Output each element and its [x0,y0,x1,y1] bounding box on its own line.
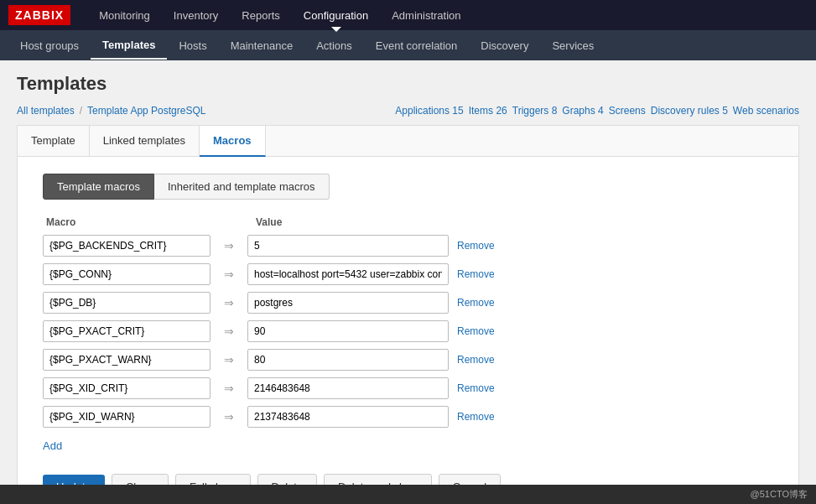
remove-button-4[interactable]: Remove [457,354,495,366]
card-tabs: Template Linked templates Macros [18,126,798,157]
subtab-triggers[interactable]: Triggers 8 [512,105,558,117]
remove-button-2[interactable]: Remove [457,297,495,309]
macro-col-header-macro: Macro [46,216,214,228]
nav-templates[interactable]: Templates [91,32,167,60]
macro-type-inherited[interactable]: Inherited and template macros [154,174,330,200]
tab-template[interactable]: Template [18,126,90,156]
macro-form: Template macros Inherited and template m… [18,157,798,504]
subtab-web-scenarios[interactable]: Web scenarios [733,105,799,117]
subtab-graphs[interactable]: Graphs 4 [562,105,603,117]
macro-input-0[interactable] [43,235,210,257]
top-navigation: ZABBIX Monitoring Inventory Reports Conf… [0,0,816,30]
add-macro-link[interactable]: Add [43,439,62,452]
macro-input-3[interactable] [43,320,210,342]
table-row: ⇒ Remove [43,235,773,257]
macro-input-2[interactable] [43,292,210,314]
page-title: Templates [17,73,799,95]
zabbix-logo: ZABBIX [8,5,70,25]
page-content: Templates All templates / Template App P… [0,60,816,504]
nav-hosts[interactable]: Hosts [167,33,218,59]
macro-table-header: Macro Value [43,216,773,228]
tab-linked-templates[interactable]: Linked templates [90,126,200,156]
table-row: ⇒ Remove [43,377,773,399]
macro-col-header-value: Value [256,216,457,228]
nav-actions[interactable]: Actions [304,33,364,59]
macro-input-6[interactable] [43,406,210,428]
value-input-4[interactable] [247,349,449,371]
content-card: Template Linked templates Macros Templat… [17,125,799,504]
macro-arrow-5: ⇒ [219,382,239,395]
nav-event-correlation[interactable]: Event correlation [364,33,470,59]
subtab-discovery-rules[interactable]: Discovery rules 5 [651,105,728,117]
breadcrumb: All templates / Template App PostgreSQL … [17,105,799,117]
remove-button-3[interactable]: Remove [457,325,495,337]
nav-reports[interactable]: Reports [230,3,292,29]
macro-input-1[interactable] [43,263,210,285]
value-input-3[interactable] [247,320,449,342]
macro-arrow-3: ⇒ [219,325,239,338]
remove-button-0[interactable]: Remove [457,240,495,252]
value-input-0[interactable] [247,235,449,257]
remove-button-5[interactable]: Remove [457,382,495,394]
subtab-screens[interactable]: Screens [609,105,646,117]
macro-arrow-1: ⇒ [219,268,239,281]
remove-button-1[interactable]: Remove [457,268,495,280]
macro-arrow-6: ⇒ [219,410,239,423]
table-row: ⇒ Remove [43,406,773,428]
value-input-6[interactable] [247,406,449,428]
nav-configuration[interactable]: Configuration [292,3,380,29]
macro-arrow-2: ⇒ [219,296,239,309]
table-row: ⇒ Remove [43,292,773,314]
table-row: ⇒ Remove [43,349,773,371]
subtab-items[interactable]: Items 26 [469,105,507,117]
macro-arrow-4: ⇒ [219,353,239,366]
nav-discovery[interactable]: Discovery [469,33,540,59]
breadcrumb-separator: / [80,105,82,117]
top-nav-items: Monitoring Inventory Reports Configurati… [87,3,472,29]
breadcrumb-all-templates[interactable]: All templates [17,105,75,117]
macro-input-4[interactable] [43,349,210,371]
macro-type-tabs: Template macros Inherited and template m… [43,174,773,200]
nav-maintenance[interactable]: Maintenance [219,33,304,59]
tab-macros[interactable]: Macros [200,126,266,157]
macro-input-5[interactable] [43,377,210,399]
value-input-1[interactable] [247,263,449,285]
subtab-applications[interactable]: Applications 15 [395,105,463,117]
table-row: ⇒ Remove [43,320,773,342]
nav-administration[interactable]: Administration [380,3,472,29]
second-navigation: Host groups Templates Hosts Maintenance … [0,30,816,60]
nav-host-groups[interactable]: Host groups [8,33,91,59]
table-row: ⇒ Remove [43,263,773,285]
remove-button-6[interactable]: Remove [457,411,495,423]
breadcrumb-current: Template App PostgreSQL [87,105,205,117]
nav-services[interactable]: Services [540,33,606,59]
value-input-2[interactable] [247,292,449,314]
macro-arrow-0: ⇒ [219,239,239,252]
nav-inventory[interactable]: Inventory [162,3,230,29]
value-input-5[interactable] [247,377,449,399]
nav-monitoring[interactable]: Monitoring [87,3,162,29]
macro-type-template[interactable]: Template macros [43,174,154,200]
footer: @51CTO博客 [0,485,816,504]
